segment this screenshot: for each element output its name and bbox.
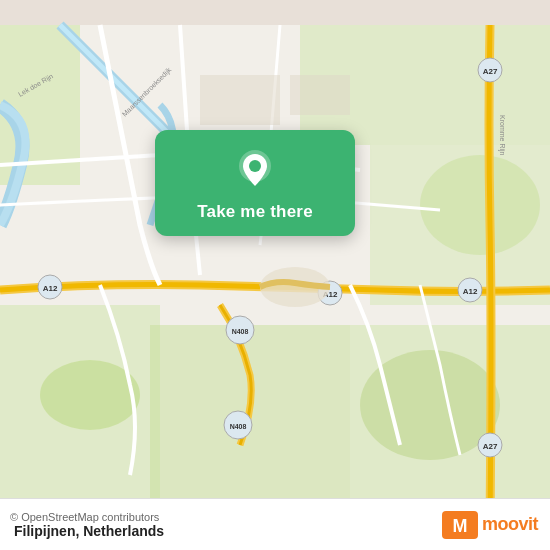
location-card[interactable]: Take me there xyxy=(155,130,355,236)
svg-point-32 xyxy=(249,160,261,172)
bottom-left-info: © OpenStreetMap contributors Filipijnen,… xyxy=(10,511,164,539)
svg-rect-25 xyxy=(200,75,280,125)
map-background: A12 A12 A12 A27 A27 N408 N408 xyxy=(0,0,550,550)
svg-text:N408: N408 xyxy=(232,328,249,335)
svg-rect-26 xyxy=(290,75,350,115)
location-name: Filipijnen, Netherlands xyxy=(14,523,164,539)
bottom-bar: © OpenStreetMap contributors Filipijnen,… xyxy=(0,498,550,550)
svg-text:M: M xyxy=(452,516,467,536)
moovit-text: moovit xyxy=(482,514,538,535)
svg-text:N408: N408 xyxy=(230,423,247,430)
svg-text:A27: A27 xyxy=(483,442,498,451)
moovit-m-icon: M xyxy=(442,511,478,539)
location-pin-icon xyxy=(233,148,277,192)
take-me-there-button[interactable]: Take me there xyxy=(197,202,313,222)
svg-text:A12: A12 xyxy=(43,284,58,293)
copyright-text: © OpenStreetMap contributors xyxy=(10,511,164,523)
svg-text:Kromme Rijn: Kromme Rijn xyxy=(498,115,506,156)
svg-text:A27: A27 xyxy=(483,67,498,76)
map-container: A12 A12 A12 A27 A27 N408 N408 xyxy=(0,0,550,550)
svg-point-9 xyxy=(420,155,540,255)
moovit-logo: M moovit xyxy=(442,511,538,539)
svg-text:A12: A12 xyxy=(463,287,478,296)
